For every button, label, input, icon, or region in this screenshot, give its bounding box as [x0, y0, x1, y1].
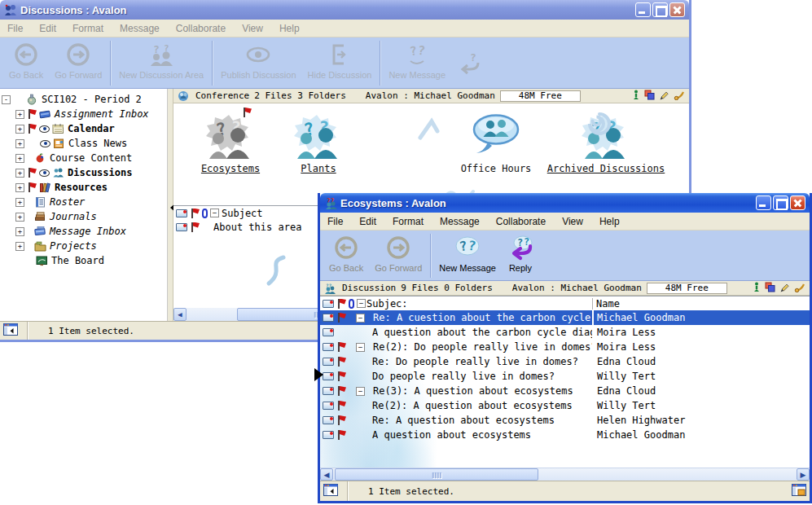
toolbar-button-go-forward[interactable]: Go Forward [369, 233, 428, 274]
admin-key-icon[interactable] [794, 282, 805, 295]
menu-item-file[interactable]: File [7, 23, 23, 34]
toolbar-button-publish-discussion[interactable]: Publish Discussion [215, 40, 301, 81]
window1-infobar: Conference 2 Files 3 Folders Avalon : Mi… [173, 89, 689, 103]
expand-icon[interactable]: + [15, 154, 24, 163]
toolbar-button-hide-discussion[interactable]: Hide Discussion [302, 40, 378, 81]
collapse-all-icon[interactable]: − [210, 209, 219, 217]
maximize-button[interactable] [773, 195, 788, 210]
toolbar-button-reply[interactable]: ? [451, 50, 489, 81]
menu-item-help[interactable]: Help [599, 216, 620, 227]
admin-key-icon[interactable] [674, 90, 685, 103]
menu-item-view[interactable]: View [242, 23, 263, 34]
conference-icon-archived-discussions[interactable]: ? ? Archived Discussions [542, 113, 670, 174]
message-row[interactable]: −Re(3): A question about ecosystemsEdna … [320, 384, 810, 398]
collapse-icon[interactable]: - [2, 95, 11, 104]
edit-permission-icon[interactable] [659, 90, 669, 103]
message-row[interactable]: Re: Do people really live in domes?Edna … [320, 354, 810, 369]
expand-icon[interactable]: + [15, 213, 24, 222]
window2-titlebar[interactable]: ?? Ecosystems : Avalon [320, 193, 810, 213]
minimize-button[interactable] [756, 195, 771, 210]
sidebar-item-assignment-inbox[interactable]: +Assignment Inbox [0, 107, 167, 121]
expand-icon[interactable]: + [15, 125, 24, 134]
message-row[interactable]: Re(2): A question about ecosystemsWilly … [320, 398, 810, 413]
toolbar-button-label: New Message [439, 263, 496, 273]
discussion-people-icon: ? ? [204, 113, 257, 163]
sidebar-item-sci102-period-2[interactable]: -SCI102 - Period 2 [0, 92, 167, 107]
flag-icon [27, 168, 37, 178]
scroll-left-icon[interactable]: ◀ [320, 468, 333, 481]
expand-icon[interactable]: + [15, 198, 24, 207]
minimize-button[interactable] [635, 2, 651, 17]
expand-icon[interactable]: + [15, 110, 24, 119]
close-button[interactable] [790, 195, 805, 210]
sidebar-item-calendar[interactable]: +Calendar [0, 121, 167, 136]
window1-titlebar[interactable]: Discussions : Avalon [0, 0, 689, 20]
sidebar-item-the-board[interactable]: The Board [0, 253, 167, 268]
panel-toggle-icon[interactable] [3, 323, 18, 338]
unread-icon[interactable] [765, 282, 775, 295]
toolbar-button-go-forward[interactable]: Go Forward [49, 40, 108, 81]
sidebar-item-journals[interactable]: +Journals [0, 209, 167, 224]
sidebar-item-class-news[interactable]: +Class News [0, 136, 167, 151]
expand-icon[interactable]: + [15, 227, 24, 236]
message-row[interactable]: A question about the carbon cycle diagra… [320, 325, 810, 340]
tree-splitter[interactable] [168, 89, 173, 321]
unread-icon[interactable] [644, 90, 655, 103]
collapse-all-icon[interactable]: − [357, 299, 366, 308]
edit-permission-icon[interactable] [779, 282, 790, 295]
layout-toggle-icon[interactable] [792, 484, 806, 498]
toolbar-button-label: Go Forward [55, 70, 102, 80]
conference-icon-ecosystems[interactable]: ? ? Ecosystems [185, 113, 276, 174]
sidebar-item-roster[interactable]: +Roster [0, 195, 167, 209]
message-list-header[interactable]: − Subjec: Name [320, 296, 810, 310]
online-users-icon[interactable] [632, 90, 640, 102]
menu-item-format[interactable]: Format [72, 23, 103, 34]
collapse-thread-icon[interactable]: − [356, 343, 365, 352]
message-list-hscrollbar[interactable]: ◀ ▶ [320, 468, 810, 481]
toolbar-button-reply[interactable]: ??Reply [502, 233, 539, 274]
toolbar-button-go-back[interactable]: Go Back [3, 40, 49, 81]
close-button[interactable] [669, 2, 685, 17]
sidebar-item-message-inbox[interactable]: +Message Inbox [0, 224, 167, 239]
expand-icon[interactable]: + [15, 242, 24, 251]
message-row[interactable]: Re: A question about ecosystemsHelen Hig… [320, 413, 810, 428]
menu-item-message[interactable]: Message [120, 23, 160, 34]
expand-icon[interactable]: + [15, 139, 24, 148]
panel-toggle-icon[interactable] [323, 484, 338, 498]
toolbar-button-new-message[interactable]: ??New Message [383, 40, 451, 81]
books-icon [39, 182, 52, 193]
collapse-thread-icon[interactable]: − [356, 387, 365, 396]
scroll-thumb[interactable] [335, 468, 538, 481]
menu-item-collaborate[interactable]: Collaborate [176, 23, 226, 34]
online-users-icon[interactable] [753, 282, 761, 294]
message-row[interactable]: A question about ecosystemsMichael Goodm… [320, 428, 810, 442]
menu-item-view[interactable]: View [562, 216, 583, 227]
collapse-thread-icon[interactable]: − [356, 314, 365, 323]
toolbar-button-new-discussion-area[interactable]: ??New Discussion Area [113, 40, 209, 81]
maximize-button[interactable] [652, 2, 668, 17]
conference-icon-office-hours[interactable]: Office Hours [450, 113, 542, 174]
message-row[interactable]: −Re(2): Do people really live in domes?M… [320, 340, 810, 354]
message-row[interactable]: −Re: A cuestion about the carbon cycle d… [320, 310, 810, 325]
menu-item-edit[interactable]: Edit [39, 23, 56, 34]
sidebar-item-resources[interactable]: +Resources [0, 180, 167, 195]
name-column-header[interactable]: Name [592, 298, 810, 310]
menu-item-message[interactable]: Message [440, 216, 480, 227]
expand-icon[interactable]: + [15, 169, 24, 178]
sidebar-item-projects[interactable]: +Projects [0, 239, 167, 253]
expand-icon[interactable]: + [15, 183, 24, 192]
menu-item-help[interactable]: Help [279, 23, 300, 34]
toolbar-button-go-back[interactable]: Go Back [323, 233, 369, 274]
toolbar-button-new-message[interactable]: ??New Message [433, 233, 502, 274]
scroll-left-icon[interactable]: ◀ [173, 308, 187, 321]
sidebar-item-discussions[interactable]: +Discussions [0, 165, 167, 180]
menu-item-edit[interactable]: Edit [359, 216, 376, 227]
menu-item-collaborate[interactable]: Collaborate [496, 216, 546, 227]
menu-item-file[interactable]: File [327, 216, 343, 227]
scroll-right-icon[interactable]: ▶ [797, 468, 810, 481]
message-row[interactable]: Do people really live in domes?Willy Ter… [320, 369, 810, 384]
menu-item-format[interactable]: Format [393, 216, 424, 227]
subject-column-header[interactable]: Subjec: [366, 298, 592, 310]
sidebar-item-course-content[interactable]: +Course Content [0, 151, 167, 165]
conference-icon-plants[interactable]: ? ? Plants [278, 113, 359, 174]
